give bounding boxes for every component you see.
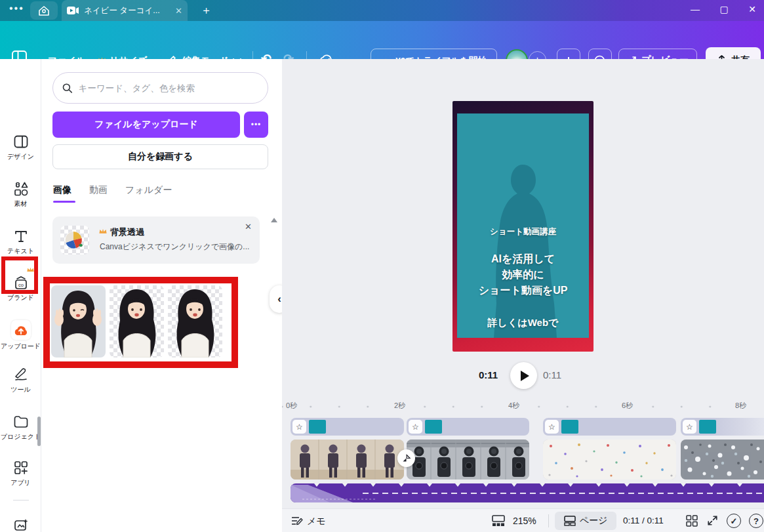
- zoom-level[interactable]: 215%: [513, 516, 536, 526]
- editor-main-area: ショート動画講座 AIを活用して 効率的に ショート動画をUP 詳しくはWebで…: [282, 59, 764, 532]
- color-swatch: [309, 420, 326, 434]
- home-icon: [38, 5, 50, 16]
- video-clip-1[interactable]: [291, 440, 404, 480]
- active-tab-underline: [53, 201, 75, 203]
- ruler-tick: 6秒: [620, 401, 635, 411]
- transition-button[interactable]: [397, 449, 415, 467]
- promo-close-icon[interactable]: ✕: [245, 222, 252, 232]
- video-text-line: AIを活用して: [457, 253, 589, 266]
- video-text-line: ショート動画をUP: [457, 284, 589, 298]
- video-clip-3[interactable]: [543, 440, 676, 480]
- upload-more-button[interactable]: •••: [244, 112, 268, 138]
- sparkle-star-icon: ☆: [545, 420, 559, 434]
- text-icon: [14, 229, 28, 243]
- playback-current-time: 0:11: [479, 369, 498, 380]
- tab-close-icon[interactable]: ✕: [175, 6, 182, 16]
- annotation-box-uploads-icon: [1, 256, 38, 294]
- upload-file-button[interactable]: ファイルをアップロード: [52, 112, 240, 138]
- sidebar-item-tools[interactable]: ツール: [0, 366, 41, 394]
- promo-thumbnail: [60, 226, 89, 255]
- home-button[interactable]: [30, 1, 58, 20]
- sidebar-item-label: ツール: [10, 385, 30, 394]
- notes-label[interactable]: メモ: [307, 516, 326, 527]
- graphic-clip-3[interactable]: ☆: [543, 418, 676, 436]
- editor-toolbar: ファイル リサイズ 編集モード ↶ ↷ ¥0でトライアルを開始 +: [0, 21, 764, 59]
- sidebar-scrollbar[interactable]: [37, 417, 41, 446]
- new-tab-button[interactable]: ＋: [201, 3, 212, 18]
- ruler-tick: 0秒: [284, 401, 299, 411]
- video-clip-thumbnail: [681, 440, 764, 480]
- color-swatch: [699, 420, 716, 434]
- promo-description: Canvaビジネスでワンクリックで画像の...: [100, 241, 251, 253]
- sidebar-item-elements[interactable]: 素材: [0, 180, 41, 209]
- help-button[interactable]: ?: [749, 514, 763, 528]
- sidebar-item-label: アップロード: [1, 342, 41, 351]
- tab-videos[interactable]: 動画: [89, 184, 108, 196]
- page-view-button[interactable]: ページ: [555, 512, 616, 530]
- color-swatch: [561, 420, 578, 434]
- ruler-tick: 4秒: [506, 401, 521, 411]
- sidebar-item-projects[interactable]: プロジェクト: [0, 413, 41, 441]
- color-swatch: [425, 420, 442, 434]
- annotation-box-thumbnails: [43, 277, 238, 368]
- audio-waveform: [291, 483, 764, 502]
- tab-images[interactable]: 画像: [53, 184, 71, 196]
- sidebar-item-label: デザイン: [7, 152, 34, 161]
- graphic-clip-2[interactable]: ☆: [407, 418, 529, 436]
- sidebar-item-uploads[interactable]: アップロード: [0, 320, 41, 351]
- video-clip-4[interactable]: [681, 440, 764, 480]
- video-page-preview[interactable]: ショート動画講座 AIを活用して 効率的に ショート動画をUP 詳しくはWebで: [452, 101, 593, 352]
- tools-pen-icon: [13, 367, 29, 382]
- design-icon: [13, 134, 29, 150]
- play-icon: [521, 371, 529, 381]
- document-tab[interactable]: ネイビー ターコイ... ✕: [62, 0, 188, 21]
- video-frame: ショート動画講座 AIを活用して 効率的に ショート動画をUP 詳しくはWebで: [457, 113, 589, 338]
- search-input[interactable]: [79, 83, 258, 93]
- video-text-line: 効率的に: [457, 268, 589, 282]
- graphic-clip-4[interactable]: ☆: [681, 418, 764, 436]
- sidebar-rail: デザイン 素材 テキスト co ブランド: [0, 59, 41, 532]
- sidebar-item-label: プロジェクト: [1, 432, 41, 441]
- timeline-view-icon[interactable]: [492, 515, 505, 527]
- fullscreen-icon[interactable]: [707, 515, 718, 526]
- record-self-button[interactable]: 自分を録画する: [52, 144, 268, 169]
- background-remover-promo-card[interactable]: 背景透過 Canvaビジネスでワンクリックで画像の... ✕: [52, 216, 260, 264]
- audio-clip[interactable]: [291, 483, 764, 502]
- sidebar-item-apps[interactable]: アプリ: [0, 459, 41, 487]
- sidebar-item-label: アプリ: [10, 478, 31, 487]
- window-close-button[interactable]: ✕: [746, 4, 759, 14]
- beach-ball-image: [60, 226, 89, 255]
- sparkle-star-icon: ☆: [292, 420, 306, 434]
- magic-generate-icon: [13, 518, 29, 532]
- sidebar-item-label: テキスト: [7, 247, 34, 256]
- video-clip-thumbnail: [543, 440, 676, 480]
- graphic-clip-1[interactable]: ☆: [291, 418, 404, 436]
- playback-total-time: 0:11: [543, 369, 561, 380]
- uploads-cloud-icon: [13, 323, 29, 337]
- menu-dots-icon[interactable]: •••: [9, 3, 24, 14]
- timeline-ruler[interactable]: 0秒 2秒 4秒 6秒 8秒: [282, 400, 764, 411]
- notes-icon[interactable]: [291, 515, 304, 527]
- video-clip-thumbnail: [407, 440, 529, 480]
- page-view-icon: [564, 516, 576, 526]
- video-clip-2[interactable]: [407, 440, 529, 480]
- video-text-title: ショート動画講座: [457, 226, 589, 237]
- ruler-tick: 8秒: [733, 401, 748, 411]
- duration-indicator: 0:11 / 0:11: [623, 516, 664, 525]
- saved-check-icon[interactable]: ✓: [727, 514, 741, 528]
- app-window: ••• ネイビー ターコイ... ✕ ＋ — ▢ ✕: [0, 0, 764, 532]
- tab-folders[interactable]: フォルダー: [125, 184, 172, 196]
- window-maximize-button[interactable]: ▢: [717, 4, 731, 14]
- sidebar-item-magic-generate[interactable]: マジック生成: [0, 517, 41, 532]
- video-clip-thumbnail: [291, 440, 404, 480]
- panel-scroll-up-arrow[interactable]: [271, 218, 277, 222]
- window-minimize-button[interactable]: —: [689, 4, 702, 14]
- grid-view-icon[interactable]: [686, 515, 698, 527]
- page-view-label: ページ: [580, 515, 608, 527]
- sidebar-item-design[interactable]: デザイン: [0, 133, 41, 161]
- play-button[interactable]: [510, 362, 537, 389]
- projects-folder-icon: [13, 415, 29, 429]
- sidebar-item-text[interactable]: テキスト: [0, 228, 41, 256]
- search-box[interactable]: [52, 72, 268, 104]
- video-text-footer: 詳しくはWebで: [457, 317, 589, 329]
